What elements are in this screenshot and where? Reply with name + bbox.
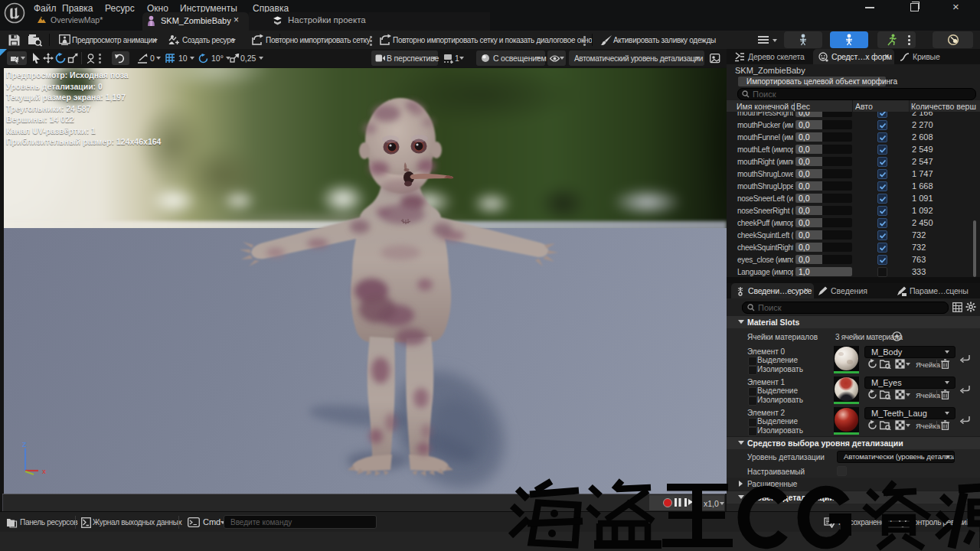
svg-text:x: x [42,468,46,475]
svg-text:Z: Z [22,441,27,448]
